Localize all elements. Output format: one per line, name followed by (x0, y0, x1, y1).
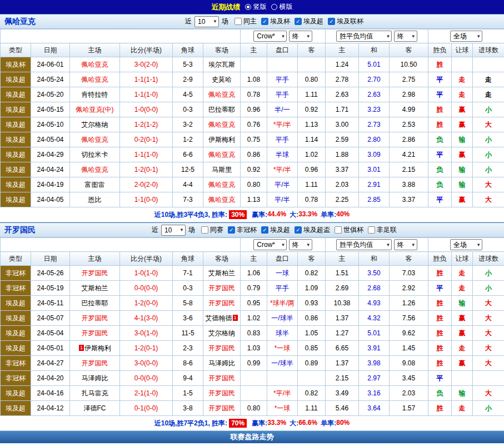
stat-value: 44.4% (267, 210, 286, 220)
checkbox-icon[interactable] (295, 226, 302, 234)
bookmaker-select[interactable]: Crow* ▼ (253, 239, 287, 250)
cell-europe-draw: 2.70 (359, 72, 390, 87)
cell-europe-home: 1.37 (326, 311, 359, 326)
scope-select[interactable]: 全场 ▼ (450, 31, 482, 42)
cell-result-wdl: 平 (428, 192, 452, 207)
cell-score: 0-0(0-0) (120, 371, 173, 386)
cell-away-team: 开罗国民 (203, 386, 241, 401)
cell-home-team: 佩哈亚克 (70, 72, 120, 87)
cell-result-wdl: 胜 (428, 102, 452, 117)
table-row: 埃及超 24-05-04 开罗国民 3-0(1-0) 11-5 艾尔格纳 0.8… (1, 326, 504, 341)
europe-odds-controls: 胜平负均值 ▼ 终 ▼ (326, 238, 428, 252)
cell-result-goals: 大 (473, 341, 504, 356)
layout-option-vertical[interactable]: 竖版 (245, 2, 267, 12)
cell-date: 24-04-19 (31, 177, 70, 192)
league-filter[interactable]: 非冠杯 (228, 225, 257, 235)
checkbox-icon[interactable] (228, 226, 235, 234)
cell-result-handicap (452, 371, 473, 386)
cell-result-wdl: 负 (428, 177, 452, 192)
checkbox-icon[interactable] (201, 226, 208, 234)
cell-asian-home-odds: 1.08 (241, 72, 267, 87)
cell-league-type: 埃及超 (1, 132, 31, 147)
cell-asian-home-odds: 0.79 (241, 281, 267, 296)
cell-corners: 9-4 (173, 371, 203, 386)
cell-home-team: 开罗国民 (70, 356, 120, 371)
cell-asian-handicap: 一/球半 (267, 356, 298, 371)
cell-europe-away: 4.99 (390, 102, 428, 117)
cell-asian-home-odds (241, 57, 267, 72)
cell-away-team: 马斯里 (203, 162, 241, 177)
stat-label: 大: (290, 419, 298, 428)
bookmaker-select[interactable]: Crow* ▼ (253, 31, 287, 42)
cell-date: 24-06-01 (31, 57, 70, 72)
checkbox-icon[interactable] (368, 226, 375, 234)
cell-europe-home: 3.37 (326, 162, 359, 177)
radio-label: 竖版 (253, 2, 267, 12)
layout-option-horizontal[interactable]: 横版 (271, 2, 293, 12)
league-filter[interactable]: 埃及杯 (261, 17, 290, 26)
col-header: 日期 (31, 43, 70, 57)
scope-select[interactable]: 全场 ▼ (450, 239, 482, 250)
cell-result-wdl: 负 (428, 162, 452, 177)
league-filter[interactable]: 埃及超 (295, 17, 323, 26)
cell-europe-draw: 2.63 (359, 87, 390, 102)
league-filter[interactable]: 埃及联杯 (328, 17, 363, 26)
europe-time-select[interactable]: 终 ▼ (394, 31, 417, 42)
cell-away-team: 埃尔瓦斯 (203, 57, 241, 72)
league-filters: 同赛非冠杯埃及超埃及超盃世俱杯非足联 (201, 225, 397, 235)
cell-result-goals: 大 (473, 356, 504, 371)
match-count-select[interactable]: 10 ▼ (161, 225, 186, 236)
cell-date: 24-05-19 (31, 281, 70, 296)
cell-league-type: 埃及杯 (1, 57, 31, 72)
select-value: 全场 (453, 32, 467, 41)
cell-result-wdl: 胜 (428, 311, 452, 326)
cell-corners: 2-9 (173, 72, 203, 87)
radio-icon[interactable] (245, 4, 251, 10)
col-header: 客 (390, 43, 428, 57)
cell-league-type: 埃及超 (1, 162, 31, 177)
checkbox-icon[interactable] (234, 18, 242, 25)
checkbox-icon[interactable] (328, 18, 335, 25)
league-filter[interactable]: 同赛 (201, 225, 223, 235)
cell-europe-draw: 2.97 (359, 371, 390, 386)
cell-asian-away-odds: 1.09 (298, 281, 326, 296)
cell-result-handicap: 输 (452, 162, 473, 177)
league-filter[interactable]: 非足联 (368, 225, 397, 235)
cell-away-team: 佩哈亚克 (203, 147, 241, 162)
checkbox-icon[interactable] (261, 18, 268, 25)
cell-league-type: 埃及超 (1, 192, 31, 207)
asian-time-select[interactable]: 终 ▼ (289, 31, 312, 42)
chevron-down-icon: ▼ (179, 227, 184, 232)
cell-europe-draw: 4.32 (359, 311, 390, 326)
league-filter[interactable]: 同主 (234, 17, 257, 26)
europe-time-select[interactable]: 终 ▼ (394, 239, 417, 250)
cell-asian-home-odds: 1.02 (241, 311, 267, 326)
cell-europe-away: 2.53 (390, 117, 428, 132)
scope-controls: 全场 ▼ (428, 29, 504, 43)
europe-odds-select[interactable]: 胜平负均值 ▼ (336, 31, 392, 42)
select-value: Crow* (257, 32, 275, 40)
radio-icon[interactable] (271, 4, 277, 10)
col-header: 类型 (1, 43, 31, 57)
col-header: 主 (326, 43, 359, 57)
select-value: 全场 (453, 240, 467, 250)
league-filter[interactable]: 埃及超 (261, 225, 290, 235)
cell-result-wdl: 胜 (428, 296, 452, 311)
match-count-select[interactable]: 10 ▼ (194, 16, 219, 27)
europe-odds-select[interactable]: 胜平负均值 ▼ (336, 239, 392, 250)
cell-away-team: 开罗国民 (203, 296, 241, 311)
checkbox-icon[interactable] (261, 226, 268, 234)
cell-date: 24-05-15 (31, 102, 70, 117)
table-row: 埃及杯 24-06-01 佩哈亚克 3-0(2-0) 5-3 埃尔瓦斯 1.24… (1, 57, 504, 72)
select-value: Crow* (257, 241, 275, 249)
cell-corners: 7-1 (173, 266, 203, 281)
cell-score: 1-0(0-0) (120, 102, 173, 117)
league-filter[interactable]: 埃及超盃 (295, 225, 330, 235)
scope-controls: 全场 ▼ (428, 238, 504, 252)
win-rate-badge: 70% (229, 419, 247, 428)
checkbox-icon[interactable] (335, 226, 342, 234)
cell-europe-home: 3.00 (326, 117, 359, 132)
checkbox-icon[interactable] (295, 18, 302, 25)
asian-time-select[interactable]: 终 ▼ (289, 239, 312, 250)
league-filter[interactable]: 世俱杯 (335, 225, 363, 235)
